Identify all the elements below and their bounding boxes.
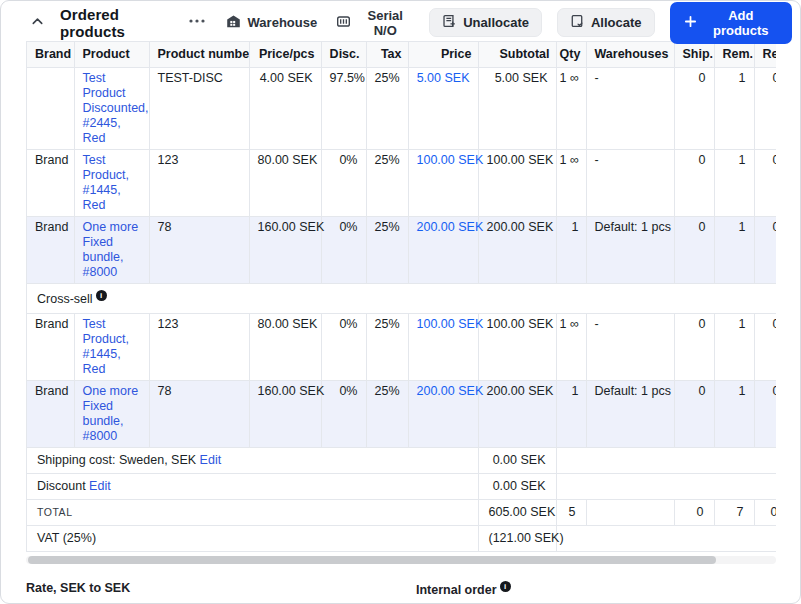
price-link[interactable]: 200.00 SEK bbox=[417, 220, 484, 234]
product-row: BrandOne more Fixed bundle, #800078160.0… bbox=[27, 217, 776, 284]
shipping-cost-label: Shipping cost: Sweden, SEK bbox=[37, 453, 200, 467]
cell-qty: 1 ∞ bbox=[556, 314, 586, 381]
cell-price-pcs: 80.00 SEK bbox=[249, 314, 321, 381]
product-link[interactable]: Test Product, #1445, Red bbox=[83, 153, 130, 212]
product-link[interactable]: One more Fixed bundle, #8000 bbox=[83, 220, 139, 279]
column-header-tax: Tax bbox=[366, 42, 408, 68]
cell-qty: 1 bbox=[556, 217, 586, 284]
column-header-disc: Disc. bbox=[321, 42, 366, 68]
cell-price: 100.00 SEK bbox=[408, 150, 478, 217]
cell-tax: 25% bbox=[366, 68, 408, 150]
product-row: BrandTest Product, #1445, Red12380.00 SE… bbox=[27, 314, 776, 381]
product-link[interactable]: Test Product Discounted, #2445, Red bbox=[83, 71, 149, 145]
cell-ship: 0 bbox=[674, 314, 714, 381]
product-row: BrandTest Product, #1445, Red12380.00 SE… bbox=[27, 150, 776, 217]
product-link[interactable]: Test Product, #1445, Red bbox=[83, 317, 130, 376]
empty-cell bbox=[556, 448, 776, 474]
cell-brand: Brand bbox=[27, 217, 74, 284]
cell-qty: 1 ∞ bbox=[556, 150, 586, 217]
price-link[interactable]: 5.00 SEK bbox=[417, 71, 470, 85]
ordered-products-card: Ordered products Warehouse Serial N/O bbox=[0, 0, 801, 604]
table-body: Test Product Discounted, #2445, RedTEST-… bbox=[27, 68, 776, 552]
section-title: Ordered products bbox=[60, 6, 185, 40]
footer: Rate, SEK to SEK 1.00000 Change rate Int… bbox=[1, 564, 800, 604]
price-link[interactable]: 100.00 SEK bbox=[417, 317, 484, 331]
cross-sell-label: Cross-sell bbox=[37, 292, 93, 306]
warehouse-button[interactable]: Warehouse bbox=[224, 10, 320, 36]
product-link[interactable]: One more Fixed bundle, #8000 bbox=[83, 384, 139, 443]
shipping-edit-link[interactable]: Edit bbox=[200, 453, 222, 467]
cell-rem: 1 bbox=[714, 314, 754, 381]
column-header-product: Product bbox=[74, 42, 149, 68]
column-header-qty: Qty bbox=[556, 42, 586, 68]
column-header-rem: Rem. bbox=[714, 42, 754, 68]
cell-number: 78 bbox=[149, 217, 249, 284]
empty-cell bbox=[556, 474, 776, 500]
cell-subtotal: 5.00 SEK bbox=[478, 68, 556, 150]
cell-disc: 0% bbox=[321, 381, 366, 448]
summary-row-vat: VAT (25%)(121.00 SEK) bbox=[27, 526, 776, 552]
cell-price-pcs: 160.00 SEK bbox=[249, 381, 321, 448]
total-warehouses bbox=[586, 500, 674, 526]
ellipsis-icon bbox=[188, 14, 206, 31]
column-header-ship: Ship. bbox=[674, 42, 714, 68]
allocate-button[interactable]: Allocate bbox=[557, 8, 655, 37]
price-link[interactable]: 100.00 SEK bbox=[417, 153, 484, 167]
card-header: Ordered products Warehouse Serial N/O bbox=[1, 1, 800, 41]
cell-product: Test Product Discounted, #2445, Red bbox=[74, 68, 149, 150]
cell-subtotal: 100.00 SEK bbox=[478, 314, 556, 381]
cell-ship: 0 bbox=[674, 68, 714, 150]
unallocate-button[interactable]: Unallocate bbox=[429, 8, 542, 37]
cell-warehouses: Default: 1 pcs bbox=[586, 217, 674, 284]
collapse-section-button[interactable] bbox=[28, 12, 47, 34]
cell-brand: Brand bbox=[27, 314, 74, 381]
cell-product: One more Fixed bundle, #8000 bbox=[74, 381, 149, 448]
total-ret: 0 bbox=[754, 500, 776, 526]
more-menu-button[interactable] bbox=[185, 11, 209, 34]
cell-brand: Brand bbox=[27, 381, 74, 448]
cell-warehouses: - bbox=[586, 150, 674, 217]
discount-edit-link[interactable]: Edit bbox=[89, 479, 111, 493]
warehouse-label: Warehouse bbox=[248, 15, 318, 30]
summary-row-shipping-label-cell: Shipping cost: Sweden, SEK Edit bbox=[27, 448, 478, 474]
summary-row-total-value: 605.00 SEK bbox=[478, 500, 556, 526]
chevron-up-icon bbox=[30, 14, 45, 32]
cell-brand: Brand bbox=[27, 150, 74, 217]
cell-brand bbox=[27, 68, 74, 150]
serial-no-button[interactable]: Serial N/O bbox=[334, 4, 414, 42]
total-label: TOTAL bbox=[37, 506, 73, 518]
cell-tax: 25% bbox=[366, 217, 408, 284]
internal-order-block: Internal orderi No Change internal bbox=[416, 581, 721, 604]
add-products-button[interactable]: Add products bbox=[670, 2, 792, 44]
scrollbar-thumb[interactable] bbox=[28, 556, 716, 564]
total-ship: 0 bbox=[674, 500, 714, 526]
horizontal-scrollbar[interactable] bbox=[26, 556, 776, 564]
product-row: Test Product Discounted, #2445, RedTEST-… bbox=[27, 68, 776, 150]
price-link[interactable]: 200.00 SEK bbox=[417, 384, 484, 398]
column-header-brand: Brand bbox=[27, 42, 74, 68]
vat-label: VAT (25%) bbox=[37, 531, 96, 545]
cell-number: 78 bbox=[149, 381, 249, 448]
cell-subtotal: 200.00 SEK bbox=[478, 381, 556, 448]
cell-price: 200.00 SEK bbox=[408, 381, 478, 448]
table-viewport: BrandProductProduct numberPrice/pcsDisc.… bbox=[26, 41, 776, 552]
cell-disc: 0% bbox=[321, 314, 366, 381]
cell-disc: 97.5% bbox=[321, 68, 366, 150]
serial-no-label: Serial N/O bbox=[358, 8, 412, 38]
summary-row-total-label-cell: TOTAL bbox=[27, 500, 478, 526]
barcode-icon bbox=[336, 14, 351, 32]
summary-row-discount-value: 0.00 SEK bbox=[478, 474, 556, 500]
cell-warehouses: - bbox=[586, 314, 674, 381]
cell-disc: 0% bbox=[321, 217, 366, 284]
total-qty: 5 bbox=[556, 500, 586, 526]
cell-ret: 0 bbox=[754, 217, 776, 284]
cell-ship: 0 bbox=[674, 381, 714, 448]
cell-ret: 0 bbox=[754, 314, 776, 381]
column-header-warehouses: Warehouses bbox=[586, 42, 674, 68]
empty-cell bbox=[556, 526, 776, 552]
cell-price-pcs: 160.00 SEK bbox=[249, 217, 321, 284]
cell-price-pcs: 80.00 SEK bbox=[249, 150, 321, 217]
cell-ret: 0 bbox=[754, 150, 776, 217]
add-products-label: Add products bbox=[704, 8, 778, 38]
cell-number: 123 bbox=[149, 314, 249, 381]
